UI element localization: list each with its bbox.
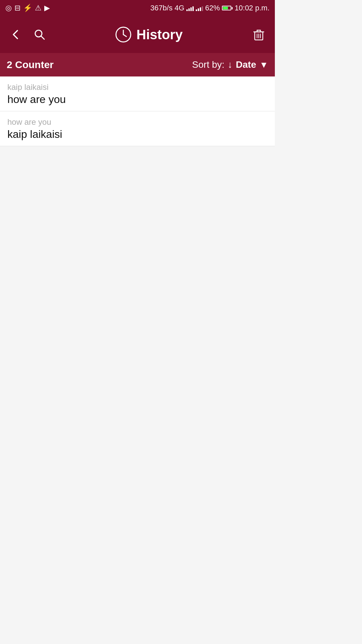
whatsapp-icon: ◎ — [5, 4, 12, 12]
battery-icon — [222, 6, 233, 10]
translation-text-1: how are you — [7, 93, 267, 106]
warning-icon: ⚠ — [35, 4, 42, 12]
search-button[interactable] — [31, 26, 48, 43]
status-left-icons: ◎ ⊟ ⚡ ⚠ ▶ — [5, 4, 50, 12]
signal-bars-1 — [186, 5, 194, 11]
back-button[interactable] — [7, 26, 24, 43]
status-bar: ◎ ⊟ ⚡ ⚠ ▶ 367b/s 4G 62% 10:02 p.m. — [0, 0, 275, 16]
svg-line-4 — [123, 35, 126, 37]
sort-bar: 2 Counter Sort by: ↓ Date ▼ — [0, 53, 275, 76]
delete-button[interactable] — [249, 25, 268, 44]
counter-label: 2 Counter — [7, 59, 54, 70]
history-list: kaip laikaisi how are you how are you ka… — [0, 76, 275, 146]
sort-dropdown-icon: ▼ — [259, 60, 268, 70]
history-item[interactable]: how are you kaip laikaisi — [0, 111, 275, 146]
status-right-info: 367b/s 4G 62% 10:02 p.m. — [150, 4, 269, 12]
source-text-1: kaip laikaisi — [7, 83, 267, 92]
time-display: 10:02 p.m. — [235, 4, 269, 12]
source-text-2: how are you — [7, 117, 267, 127]
translation-text-2: kaip laikaisi — [7, 128, 267, 141]
image-icon: ⊟ — [14, 4, 20, 12]
app-bar: History — [0, 16, 275, 53]
history-item[interactable]: kaip laikaisi how are you — [0, 76, 275, 111]
sort-by-label: Sort by: — [192, 59, 224, 70]
clock-icon — [115, 26, 132, 43]
usb-icon: ⚡ — [23, 4, 32, 12]
sort-field-label: Date — [236, 59, 256, 70]
sort-controls[interactable]: Sort by: ↓ Date ▼ — [192, 59, 268, 70]
battery-percent: 62% — [205, 4, 220, 12]
signal-bars-2 — [196, 5, 203, 11]
network-speed: 367b/s — [150, 4, 173, 12]
svg-line-1 — [41, 36, 44, 39]
page-title: History — [136, 27, 183, 42]
app-bar-title: History — [55, 26, 243, 43]
network-type: 4G — [175, 4, 184, 12]
play-icon: ▶ — [44, 4, 50, 12]
sort-direction-icon: ↓ — [228, 59, 233, 70]
